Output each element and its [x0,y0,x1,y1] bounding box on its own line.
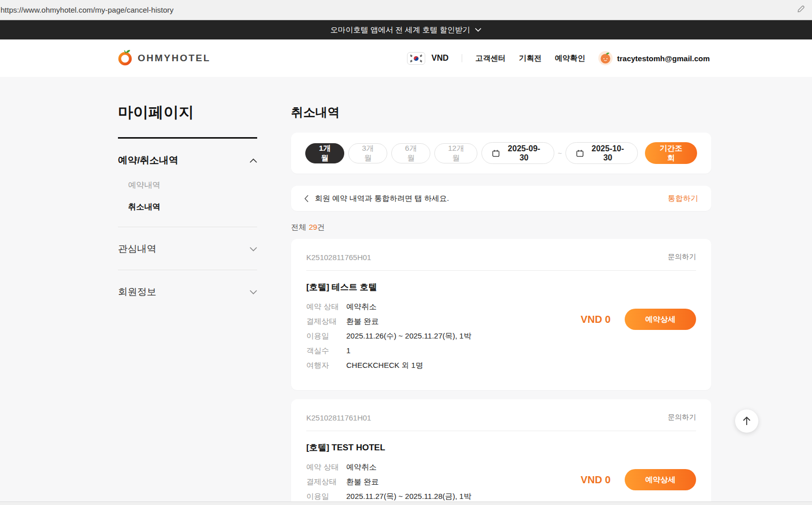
browser-url-bar[interactable]: https://www.ohmyhotel.com/my-page/cancel… [0,0,812,20]
booking-id: K25102811765H01 [306,253,371,262]
url-text[interactable]: https://www.ohmyhotel.com/my-page/cancel… [1,6,797,14]
korea-flag-icon[interactable] [407,52,425,65]
hotel-name: [호텔] TEST HOTEL [306,442,696,453]
logo-wordmark: OHMYHOTEL [138,53,211,64]
page-title: 취소내역 [291,104,711,120]
period-12month-button[interactable]: 12개월 [434,143,477,163]
row-label: 이용일 [306,492,346,500]
row-value: 환불 완료 [346,317,379,325]
sidebar-section-label: 예약/취소내역 [118,154,178,167]
arrow-up-icon [742,416,751,426]
calendar-icon [576,149,584,157]
site-header: OHMYHOTEL VND 고객센터 기획전 예 [0,39,812,77]
detail-row: 이용일 2025.11.26(수) ~ 2025.11.27(목), 1박 [306,332,696,340]
currency-selector[interactable]: VND [431,54,449,63]
inquiry-link[interactable]: 문의하기 [668,252,696,262]
chevron-down-icon [250,247,257,251]
scroll-to-top-button[interactable] [735,409,758,433]
row-label: 결제상태 [306,478,346,486]
sidebar-item-cancel-history[interactable]: 취소내역 [118,202,257,213]
date-from-picker[interactable]: 2025-09-30 [481,142,554,164]
row-label: 예약 상태 [306,303,346,311]
period-1month-button[interactable]: 1개월 [305,143,344,163]
date-range-separator: ~ [558,149,562,157]
period-3month-button[interactable]: 3개월 [348,143,387,163]
period-filter-card: 1개월 3개월 6개월 12개월 2025-09-30 ~ 2025-10-30 [291,133,711,174]
date-range-group: 2025-09-30 ~ 2025-10-30 기간조회 [481,142,697,164]
period-6month-button[interactable]: 6개월 [391,143,430,163]
sidebar-item-booking-history[interactable]: 예약내역 [118,180,257,191]
booking-card-header: K25102811765H01 문의하기 [306,252,696,262]
merge-notice-text: 회원 예약 내역과 통합하려면 탭 하세요. [315,194,449,203]
nav-customer-center[interactable]: 고객센터 [475,54,506,63]
inquiry-link[interactable]: 문의하기 [668,413,696,422]
card-divider [306,270,696,271]
merge-notice-card[interactable]: 회원 예약 내역과 통합하려면 탭 하세요. 통합하기 [291,186,711,211]
merge-action-link[interactable]: 통합하기 [668,194,698,203]
row-label: 예약 상태 [306,463,346,471]
date-from-value: 2025-09-30 [505,144,544,162]
booking-card-actions: VND 0 예약상세 [581,469,696,490]
row-value: 1 [346,347,350,355]
date-to-value: 2025-10-30 [588,144,627,162]
booking-id: K25102811761H01 [306,413,371,422]
booking-detail-button[interactable]: 예약상세 [625,309,696,330]
app-promo-banner[interactable]: 오마이호텔 앱에서 전 세계 호텔 할인받기 [0,20,812,39]
summary-suffix: 건 [317,223,325,231]
user-avatar[interactable] [598,51,613,65]
row-value: 예약취소 [346,303,377,311]
result-summary: 전체29건 [291,223,711,232]
row-value: CHECKCHECK 외 1명 [346,361,423,369]
nav-promotions[interactable]: 기획전 [519,54,542,63]
sidebar-section-wishlist[interactable]: 관심내역 [118,227,257,256]
booking-card: K25102811761H01 문의하기 [호텔] TEST HOTEL 예약 … [291,399,711,505]
chevron-left-icon [304,195,309,202]
row-label: 결제상태 [306,317,346,325]
detail-row: 여행자 CHECKCHECK 외 1명 [306,361,696,369]
sidebar-section-label: 관심내역 [118,242,156,256]
orange-fruit-icon [118,49,133,68]
ohmyhotel-logo[interactable]: OHMYHOTEL [118,49,211,68]
booking-card: K25102811765H01 문의하기 [호텔] 테스트 호텔 예약 상태 예… [291,239,711,390]
summary-prefix: 전체 [291,223,306,231]
row-label: 여행자 [306,361,346,369]
page-content: 마이페이지 예약/취소내역 예약내역 취소내역 관심내역 회원정보 취소내역 1… [0,77,812,505]
edit-icon[interactable] [797,5,805,15]
chevron-down-icon [250,290,257,294]
booking-card-actions: VND 0 예약상세 [581,309,696,330]
row-value: 환불 완료 [346,478,379,486]
viewport-bottom-edge [0,501,812,505]
header-divider [462,54,462,62]
nav-booking-check[interactable]: 예약확인 [555,54,585,63]
date-to-picker[interactable]: 2025-10-30 [565,142,638,164]
row-value: 예약취소 [346,463,377,471]
sidebar-section-bookings[interactable]: 예약/취소내역 [118,139,257,167]
cancel-history-main: 취소내역 1개월 3개월 6개월 12개월 2025-09-30 ~ [291,77,711,505]
row-label: 객실수 [306,347,346,355]
mypage-sidebar: 마이페이지 예약/취소내역 예약내역 취소내역 관심내역 회원정보 [118,77,257,299]
sidebar-section-member-info[interactable]: 회원정보 [118,270,257,299]
refund-amount: VND 0 [581,474,611,486]
detail-row: 객실수 1 [306,347,696,355]
summary-count: 29 [309,223,317,231]
chevron-down-icon [475,28,481,32]
user-email[interactable]: tracytestomh@gmail.com [617,54,710,63]
row-label: 이용일 [306,332,346,340]
booking-card-header: K25102811761H01 문의하기 [306,413,696,422]
sidebar-title: 마이페이지 [118,102,257,123]
hotel-name: [호텔] 테스트 호텔 [306,281,696,293]
booking-detail-button[interactable]: 예약상세 [625,469,696,490]
calendar-icon [492,149,500,157]
row-value: 2025.11.26(수) ~ 2025.11.27(목), 1박 [346,332,471,340]
promo-text: 오마이호텔 앱에서 전 세계 호텔 할인받기 [331,25,470,35]
chevron-up-icon [250,158,257,163]
row-value: 2025.11.27(목) ~ 2025.11.28(금), 1박 [346,492,471,500]
detail-row: 이용일 2025.11.27(목) ~ 2025.11.28(금), 1박 [306,492,696,500]
card-divider [306,431,696,431]
header-right: VND 고객센터 기획전 예약확인 tracytestomh@gmail.com [407,51,710,65]
period-search-button[interactable]: 기간조회 [645,142,697,164]
sidebar-section-label: 회원정보 [118,285,156,299]
refund-amount: VND 0 [581,314,611,325]
